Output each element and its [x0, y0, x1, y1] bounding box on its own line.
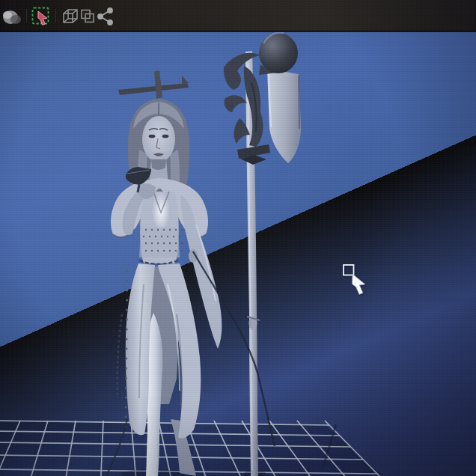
corset: [139, 228, 180, 257]
toolbar: [0, 0, 476, 32]
female-character-model[interactable]: [106, 70, 222, 476]
screen-photo: [0, 0, 476, 476]
viewport-canvas[interactable]: [0, 32, 476, 476]
mouse-cursor: [344, 265, 365, 295]
face: [142, 116, 175, 162]
ornate-staff-model[interactable]: [224, 33, 301, 476]
floor-grid: [0, 420, 398, 476]
staff-blade: [267, 69, 301, 163]
material-sphere-button[interactable]: [1, 5, 24, 28]
share-icon: [95, 6, 116, 27]
toolbar-separator: [55, 9, 56, 22]
share-button[interactable]: [94, 5, 117, 28]
hairpin: [118, 70, 189, 99]
select-tool-button[interactable]: [30, 5, 52, 28]
sphere-blob-icon: [1, 5, 24, 28]
scene-svg: [0, 32, 476, 476]
select-tool-icon: [30, 5, 52, 28]
toolbar-separator: [26, 9, 27, 22]
staff-orb: [259, 33, 298, 73]
